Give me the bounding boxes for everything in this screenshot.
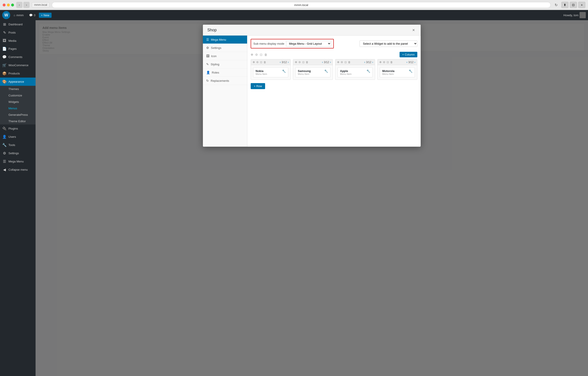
users-icon: 👤	[2, 135, 7, 139]
window-button[interactable]: ⊡	[570, 2, 577, 8]
modal-title: Shop	[207, 28, 217, 32]
col-1-increase-btn[interactable]: ›	[288, 61, 289, 64]
sidebar-item-appearance[interactable]: 🎨 Appearance	[0, 78, 36, 86]
add-column-button[interactable]: + Column	[399, 52, 417, 57]
admin-bar-comments[interactable]: 💬 0	[27, 12, 38, 18]
col-1-decrease-btn[interactable]: ‹	[280, 61, 281, 64]
nokia-settings-icon[interactable]: 🔧	[282, 69, 286, 73]
apple-settings-icon[interactable]: 🔧	[367, 69, 370, 73]
col-2-duplicate-icon[interactable]: ⊡	[302, 61, 304, 64]
col-1-duplicate-icon[interactable]: ⊡	[260, 61, 262, 64]
column-card-3: ✥ ⚙ ⊡ 🗑 ‹ 3/12 ›	[335, 59, 375, 80]
modal-close-button[interactable]: ×	[411, 27, 416, 33]
sidebar-item-pages[interactable]: 📄 Pages	[0, 45, 36, 53]
col-2-tools: ✥ ⚙ ⊡ 🗑	[295, 61, 308, 64]
dashboard-icon: ⊞	[2, 22, 7, 26]
forward-button[interactable]: ›	[23, 2, 30, 8]
col-3-settings-icon[interactable]: ⚙	[341, 61, 343, 64]
collapse-icon: ◀	[2, 167, 7, 172]
modal-nav-settings[interactable]: ⚙ Settings	[203, 44, 247, 52]
modal-nav-icon[interactable]: 🖼 Icon	[203, 52, 247, 60]
move-tool-icon[interactable]: ✥	[251, 53, 253, 56]
col-4-size-control: ‹ 3/12 ›	[406, 61, 415, 64]
mega-menu-nav-icon: ☰	[206, 38, 209, 41]
sidebar-item-themes[interactable]: Themes	[0, 86, 36, 92]
modal-controls: Sub menu display mode Mega Menu - Grid L…	[251, 39, 417, 48]
sidebar-item-plugins[interactable]: 🔌 Plugins	[0, 125, 36, 133]
modal-nav-styling[interactable]: ✎ Styling	[203, 60, 247, 68]
column-4-header: ✥ ⚙ ⊡ 🗑 ‹ 3/12 ›	[378, 59, 417, 65]
close-dot[interactable]	[3, 4, 6, 6]
add-row-button[interactable]: + Row	[251, 83, 265, 89]
sidebar-item-collapse[interactable]: ◀ Collapse menu	[0, 166, 36, 174]
fullscreen-button[interactable]: +	[578, 2, 585, 8]
sidebar-item-comments[interactable]: 💬 Comments	[0, 53, 36, 61]
delete-tool-icon[interactable]: 🗑	[264, 53, 267, 56]
sidebar-item-generatepress[interactable]: GeneratePress	[0, 112, 36, 118]
column-3-header: ✥ ⚙ ⊡ 🗑 ‹ 3/12 ›	[335, 59, 375, 65]
browser-tab[interactable]: mmm.local	[32, 2, 50, 8]
sidebar-item-products[interactable]: 📦 Products	[0, 69, 36, 78]
col-3-delete-icon[interactable]: 🗑	[348, 61, 351, 64]
sidebar-item-media[interactable]: 🖼 Media	[0, 37, 36, 45]
modal-nav-replacements[interactable]: ↻ Replacements	[203, 77, 247, 85]
col-1-delete-icon[interactable]: 🗑	[263, 61, 266, 64]
samsung-settings-icon[interactable]: 🔧	[324, 69, 328, 73]
col-4-settings-icon[interactable]: ⚙	[383, 61, 385, 64]
col-3-duplicate-icon[interactable]: ⊡	[345, 61, 347, 64]
admin-bar-new-button[interactable]: + New	[39, 13, 52, 18]
col-4-delete-icon[interactable]: 🗑	[390, 61, 393, 64]
admin-avatar[interactable]	[579, 12, 586, 18]
column-card-2: ✥ ⚙ ⊡ 🗑 ‹ 3/12 ›	[293, 59, 333, 80]
menu-item-samsung: Samsung Menu Item 🔧	[295, 67, 330, 77]
wp-logo[interactable]: W	[2, 11, 10, 19]
sidebar-item-settings[interactable]: ⚙ Settings	[0, 149, 36, 157]
share-button[interactable]: ⬆	[561, 2, 568, 8]
col-3-tools: ✥ ⚙ ⊡ 🗑	[337, 61, 351, 64]
col-2-move-icon[interactable]: ✥	[295, 61, 297, 64]
sidebar-item-tools[interactable]: 🔧 Tools	[0, 141, 36, 149]
col-1-settings-icon[interactable]: ⚙	[256, 61, 259, 64]
minimize-dot[interactable]	[7, 4, 10, 6]
col-4-duplicate-icon[interactable]: ⊡	[387, 61, 389, 64]
browser-chrome: ‹ › mmm.local mmm.local ↻ ⬆ ⊡ +	[0, 0, 588, 10]
refresh-button[interactable]: ↻	[553, 2, 559, 8]
address-bar[interactable]: mmm.local	[52, 2, 551, 8]
sidebar-item-menus[interactable]: Menus	[0, 105, 36, 112]
sidebar-item-dashboard[interactable]: ⊞ Dashboard	[0, 20, 36, 29]
col-1-size-control: ‹ 3/12 ›	[280, 61, 289, 64]
col-3-decrease-btn[interactable]: ‹	[364, 61, 365, 64]
col-1-move-icon[interactable]: ✥	[253, 61, 255, 64]
col-3-move-icon[interactable]: ✥	[337, 61, 339, 64]
col-2-increase-btn[interactable]: ›	[330, 61, 331, 64]
sub-menu-select[interactable]: Mega Menu - Grid Layout Mega Menu - Flyo…	[286, 41, 331, 47]
col-2-decrease-btn[interactable]: ‹	[322, 61, 323, 64]
settings-nav-icon: ⚙	[206, 46, 209, 50]
col-3-increase-btn[interactable]: ›	[372, 61, 373, 64]
sidebar-item-theme-editor[interactable]: Theme Editor	[0, 118, 36, 125]
modal-nav-mega-menu[interactable]: ☰ Mega Menu	[203, 36, 247, 44]
sidebar-item-customize[interactable]: Customize	[0, 92, 36, 99]
sidebar-item-users[interactable]: 👤 Users	[0, 133, 36, 141]
modal-nav-roles[interactable]: 👤 Roles	[203, 68, 247, 77]
motorola-settings-icon[interactable]: 🔧	[409, 69, 412, 73]
sidebar-item-posts[interactable]: ✎ Posts	[0, 29, 36, 37]
col-4-move-icon[interactable]: ✥	[379, 61, 382, 64]
duplicate-tool-icon[interactable]: ⊡	[260, 53, 262, 56]
back-button[interactable]: ‹	[16, 2, 22, 8]
menu-item-apple: Apple Menu Item 🔧	[337, 67, 373, 77]
col-2-delete-icon[interactable]: 🗑	[306, 61, 308, 64]
mega-menu-icon: ☰	[2, 159, 7, 164]
sidebar-item-woocommerce[interactable]: 🛒 WooCommerce	[0, 61, 36, 69]
sidebar-item-mega-menu[interactable]: ☰ Mega Menu	[0, 157, 36, 166]
admin-bar-site[interactable]: ⌂ mmm	[11, 12, 26, 18]
widget-select[interactable]: Select a Widget to add to the panel	[359, 41, 417, 47]
col-4-increase-btn[interactable]: ›	[414, 61, 415, 64]
col-2-settings-icon[interactable]: ⚙	[298, 61, 301, 64]
sidebar-item-widgets[interactable]: Widgets	[0, 99, 36, 105]
col-4-decrease-btn[interactable]: ‹	[406, 61, 407, 64]
modal-overlay[interactable]: Shop × ☰ Mega Menu ⚙ Settings	[36, 20, 588, 376]
maximize-dot[interactable]	[11, 4, 14, 6]
column-4-content: Motorola Menu Item 🔧	[378, 65, 417, 80]
settings-tool-icon[interactable]: ⚙	[255, 53, 258, 56]
